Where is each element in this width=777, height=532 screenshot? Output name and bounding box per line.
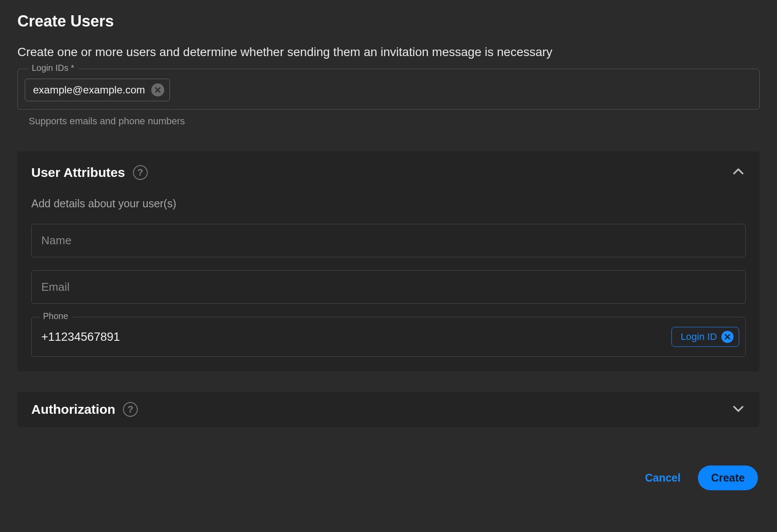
authorization-header[interactable]: Authorization ? [31, 401, 746, 418]
login-ids-helper: Supports emails and phone numbers [29, 116, 760, 127]
login-ids-field[interactable]: Login IDs * example@example.com Supports… [17, 69, 760, 127]
page-subtitle: Create one or more users and determine w… [17, 45, 760, 59]
user-attributes-title: User Attributes [31, 165, 125, 180]
user-attributes-panel: User Attributes ? Add details about your… [17, 151, 760, 372]
dialog-footer: Cancel Create [17, 466, 760, 490]
chevron-up-icon[interactable] [731, 164, 746, 181]
create-button[interactable]: Create [698, 466, 758, 490]
name-field[interactable] [31, 224, 746, 257]
cancel-button[interactable]: Cancel [645, 472, 681, 484]
phone-label: Phone [40, 311, 72, 321]
login-id-chip-text: example@example.com [33, 84, 145, 96]
authorization-panel: Authorization ? [17, 392, 760, 427]
user-attributes-subtitle: Add details about your user(s) [31, 197, 746, 210]
login-ids-label: Login IDs * [28, 63, 78, 73]
user-attributes-header[interactable]: User Attributes ? [31, 164, 746, 181]
remove-login-id-tag-icon[interactable] [721, 331, 734, 343]
help-icon[interactable]: ? [123, 402, 138, 417]
email-field[interactable] [31, 270, 746, 304]
remove-chip-icon[interactable] [151, 83, 164, 96]
login-id-tag-label: Login ID [681, 331, 717, 342]
phone-field[interactable] [41, 330, 671, 344]
login-id-chip[interactable]: example@example.com [25, 79, 170, 101]
help-icon[interactable]: ? [133, 165, 148, 180]
login-id-tag[interactable]: Login ID [671, 327, 739, 347]
phone-field-wrap: Phone Login ID [31, 317, 746, 357]
authorization-title: Authorization [31, 402, 115, 417]
page-title: Create Users [17, 12, 760, 30]
chevron-down-icon[interactable] [731, 401, 746, 418]
